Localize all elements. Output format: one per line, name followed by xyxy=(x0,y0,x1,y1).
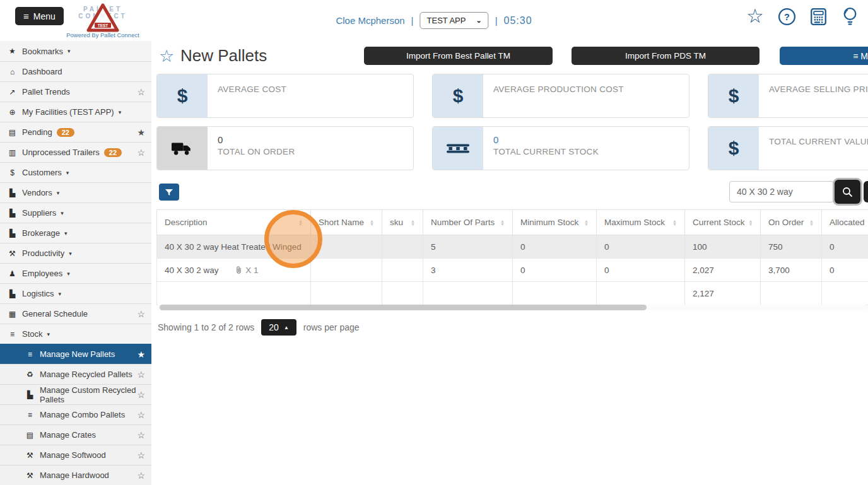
column-header-number-of-parts[interactable]: Number Of Parts▲▼ xyxy=(423,210,513,235)
sidebar-item-manage-combo-pallets[interactable]: ≡Manage Combo Pallets☆ xyxy=(0,404,151,424)
sidebar-item-logistics[interactable]: ▙Logistics▾ xyxy=(0,283,151,303)
favorite-page-star-icon[interactable]: ☆ xyxy=(159,46,174,66)
sidebar-item-pending[interactable]: ▤Pending22★ xyxy=(0,122,151,142)
footer-cell xyxy=(311,282,382,305)
table-row[interactable]: 40 X 30 2 way Heat Treated Winged5001007… xyxy=(157,235,868,259)
app-logo: PALLETCONNECT TEST Powered By Pallet Con… xyxy=(68,2,138,20)
star-outline-icon[interactable]: ☆ xyxy=(137,87,145,97)
column-header-sku[interactable]: sku▲▼ xyxy=(382,210,423,235)
footer-cell xyxy=(382,282,423,305)
sidebar-item-customers[interactable]: $Customers▾ xyxy=(0,162,151,182)
column-header-on-order[interactable]: On Order▲▼ xyxy=(761,210,822,235)
bookmark-star-icon[interactable]: ☆ xyxy=(746,6,765,26)
table-row[interactable]: 40 X 30 2 way X 13002,0273,7000 xyxy=(157,259,868,282)
sort-arrows-icon: ▲▼ xyxy=(672,219,677,226)
sidebar-item-brokerage[interactable]: ▙Brokerage▾ xyxy=(0,223,151,243)
dollar-icon: $ xyxy=(708,74,759,117)
filter-button[interactable] xyxy=(159,184,179,201)
sidebar-item-manage-crates[interactable]: ▤Manage Crates☆ xyxy=(0,424,151,445)
star-outline-icon[interactable]: ☆ xyxy=(137,148,145,158)
column-header-allocated[interactable]: Allocated▲▼ xyxy=(822,210,868,235)
column-header-short-name[interactable]: Short Name▲▼ xyxy=(311,210,382,235)
sidebar-item-employees[interactable]: ♟Employees▾ xyxy=(0,263,151,283)
sidebar-item-productivity[interactable]: ⚒Productivity▾ xyxy=(0,243,151,263)
column-header-current-stock[interactable]: Current Stock▲▼ xyxy=(685,210,761,235)
sidebar-item-unprocessed-trailers[interactable]: ▥Unprocessed Trailers22☆ xyxy=(0,142,151,162)
star-outline-icon[interactable]: ☆ xyxy=(137,470,145,481)
column-header-label: Allocated xyxy=(830,218,865,227)
sidebar-item-bookmarks[interactable]: ★Bookmarks▾ xyxy=(0,41,151,61)
cell-allocated: 0 xyxy=(822,259,868,282)
sidebar-item-label: Manage Custom Recycled Pallets xyxy=(40,385,137,404)
user-name[interactable]: Cloe Mcpherson xyxy=(336,15,404,26)
star-outline-icon[interactable]: ☆ xyxy=(137,410,145,420)
star-outline-icon[interactable]: ☆ xyxy=(137,430,145,440)
sidebar-item-label: Manage Combo Pallets xyxy=(40,410,125,419)
column-header-inner: Number Of Parts▲▼ xyxy=(431,218,505,227)
sidebar-item-label: Unprocessed Trailers xyxy=(22,148,100,157)
stat-card-body: AVERAGE PRODUCTION COST xyxy=(483,74,634,117)
trailer-icon: ▥ xyxy=(6,148,18,157)
cell-current-stock: 2,027 xyxy=(685,259,761,282)
column-header-minimum-stock[interactable]: Minimum Stock▲▼ xyxy=(513,210,597,235)
caret-down-icon: ▾ xyxy=(64,230,67,237)
column-header-label: On Order xyxy=(768,218,804,227)
sidebar-item-stock[interactable]: ≡Stock▾ xyxy=(0,324,151,344)
powered-by-label: Powered By Pallet Connect xyxy=(50,32,155,38)
search-button[interactable] xyxy=(835,180,860,204)
sidebar-item-my-facilities-test-app[interactable]: ⊕My Facilities (TEST APP)▾ xyxy=(0,102,151,122)
sidebar-item-manage-new-pallets[interactable]: ≡Manage New Pallets★ xyxy=(0,344,151,364)
import-best-pallet-button[interactable]: Import From Best Pallet TM xyxy=(364,47,553,65)
rows-per-page-value: 20 xyxy=(269,322,279,332)
caret-down-icon: ▾ xyxy=(69,250,72,257)
sidebar-item-manage-recycled-pallets[interactable]: ♻Manage Recycled Pallets☆ xyxy=(0,364,151,384)
sidebar-item-vendors[interactable]: ▙Vendors▾ xyxy=(0,182,151,202)
star-filled-icon[interactable]: ★ xyxy=(137,127,145,137)
stat-label: AVERAGE SELLING PRICE xyxy=(769,85,868,94)
footer-cell xyxy=(822,282,868,305)
footer-cell xyxy=(597,282,685,305)
stat-card-body: AVERAGE COST xyxy=(208,74,296,117)
column-header-inner: Description▲▼ xyxy=(165,218,303,227)
home-icon: ⌂ xyxy=(6,67,18,76)
pagination-summary: Showing 1 to 2 of 2 rows xyxy=(158,322,254,332)
sidebar-item-label: Manage Recycled Pallets xyxy=(40,370,132,379)
table-menu-button[interactable]: ≡ M xyxy=(780,47,868,65)
paperclip-icon xyxy=(235,266,242,274)
sidebar-item-manage-hardwood[interactable]: ⚒Manage Hardwood☆ xyxy=(0,465,151,485)
help-icon[interactable]: ? xyxy=(777,6,796,26)
cell-minimum-stock: 0 xyxy=(513,259,597,282)
star-filled-icon: ★ xyxy=(6,47,18,56)
sidebar-item-pallet-trends[interactable]: ↗Pallet Trends☆ xyxy=(0,81,151,102)
facility-select[interactable]: TEST APP ⌄ xyxy=(420,12,489,29)
column-header-maximum-stock[interactable]: Maximum Stock▲▼ xyxy=(597,210,685,235)
import-pds-button[interactable]: Import From PDS TM xyxy=(572,47,760,65)
star-outline-icon[interactable]: ☆ xyxy=(137,309,145,319)
cell-description: 40 X 30 2 way Heat Treated Winged xyxy=(157,235,311,259)
star-filled-icon[interactable]: ★ xyxy=(137,349,145,359)
sort-arrows-icon: ▲▼ xyxy=(809,219,814,226)
svg-text:?: ? xyxy=(784,11,790,21)
sidebar-item-general-schedule[interactable]: ▦General Schedule☆ xyxy=(0,303,151,324)
idea-bulb-icon[interactable] xyxy=(840,6,859,26)
star-outline-icon[interactable]: ☆ xyxy=(137,390,145,400)
calculator-icon[interactable] xyxy=(809,6,828,26)
truck-icon: ▙ xyxy=(6,209,18,218)
star-outline-icon[interactable]: ☆ xyxy=(137,450,145,460)
star-outline-icon[interactable]: ☆ xyxy=(137,370,145,380)
sidebar-item-manage-softwood[interactable]: ⚒Manage Softwood☆ xyxy=(0,445,151,465)
sort-arrows-icon: ▲▼ xyxy=(500,219,505,226)
test-triangle-icon: TEST xyxy=(86,3,119,32)
rows-per-page-select[interactable]: 20 ▲ xyxy=(261,319,296,336)
scrollbar-thumb[interactable] xyxy=(160,305,647,310)
menu-button[interactable]: ≡ Menu xyxy=(15,7,64,25)
search-input[interactable] xyxy=(729,181,834,202)
caret-down-icon: ▾ xyxy=(61,210,64,216)
sidebar-item-label: Logistics xyxy=(22,289,54,298)
column-header-description[interactable]: Description▲▼ xyxy=(157,210,311,235)
sidebar-item-suppliers[interactable]: ▙Suppliers▾ xyxy=(0,202,151,223)
sidebar-item-dashboard[interactable]: ⌂Dashboard xyxy=(0,61,151,81)
sidebar-item-manage-custom-recycled-pallets[interactable]: ▙Manage Custom Recycled Pallets☆ xyxy=(0,384,151,404)
clear-search-button[interactable] xyxy=(864,181,868,202)
column-header-inner: Allocated▲▼ xyxy=(830,218,868,227)
